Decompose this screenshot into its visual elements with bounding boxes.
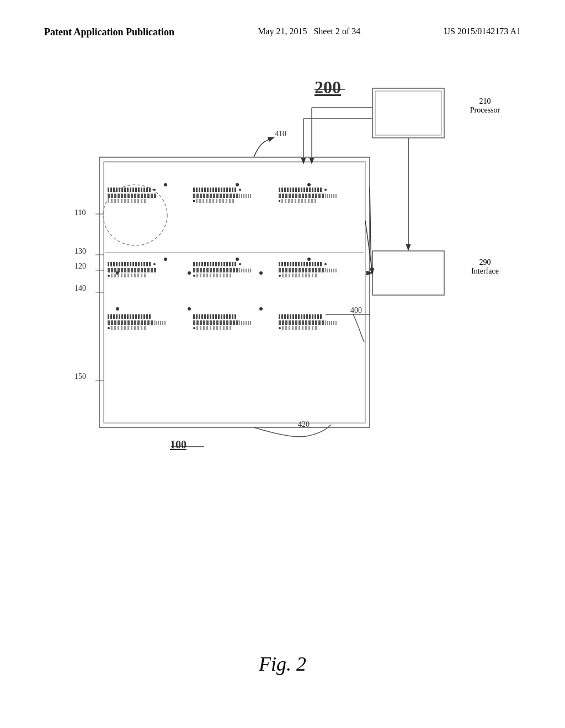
label-400: 400 xyxy=(350,306,362,315)
svg-rect-0 xyxy=(372,88,444,138)
processor-name: Processor xyxy=(450,106,520,115)
label-100: 100 xyxy=(170,438,186,451)
diagram-area: 200 210 Processor 290 Interface 410 110 … xyxy=(44,77,521,474)
content-row-2 xyxy=(108,262,364,277)
label-150: 150 xyxy=(74,372,86,381)
svg-point-24 xyxy=(259,307,263,311)
col-1-2 xyxy=(193,188,270,203)
label-410: 410 xyxy=(275,130,286,138)
figure-label: Fig. 2 xyxy=(259,652,306,676)
label-200: 200 xyxy=(315,77,341,98)
page-header: Patent Application Publication May 21, 2… xyxy=(44,26,521,38)
svg-point-23 xyxy=(188,307,191,311)
svg-line-9 xyxy=(365,221,372,273)
svg-point-20 xyxy=(236,258,239,261)
svg-point-18 xyxy=(307,183,311,186)
col-2-2 xyxy=(193,262,270,277)
col-1-1 xyxy=(108,188,185,203)
col-1-3 xyxy=(279,188,356,203)
processor-number: 210 xyxy=(450,97,520,106)
header-title: Patent Application Publication xyxy=(44,26,174,38)
svg-rect-1 xyxy=(375,91,441,135)
svg-point-21 xyxy=(307,258,311,261)
interface-box: 290 Interface xyxy=(450,258,520,276)
header-date: May 21, 2015 xyxy=(258,26,307,36)
label-120: 120 xyxy=(74,262,86,271)
svg-point-19 xyxy=(164,258,167,261)
col-2-3 xyxy=(279,262,356,277)
col-3-3 xyxy=(279,314,356,330)
col-3-2 xyxy=(193,314,270,330)
label-130: 130 xyxy=(74,247,86,256)
header-center: May 21, 2015 Sheet 2 of 34 xyxy=(258,26,360,36)
col-3-1 xyxy=(108,314,185,330)
processor-box: 210 Processor xyxy=(450,97,520,115)
content-row-1 xyxy=(108,188,364,203)
label-110: 110 xyxy=(74,208,86,217)
content-row-3 xyxy=(108,314,364,330)
header-patent-number: US 2015/0142173 A1 xyxy=(444,26,521,36)
svg-point-17 xyxy=(236,183,239,186)
col-2-1 xyxy=(108,262,185,277)
label-140: 140 xyxy=(74,284,86,293)
label-420: 420 xyxy=(298,420,310,429)
interface-name: Interface xyxy=(450,267,520,276)
svg-line-7 xyxy=(370,188,371,273)
svg-point-22 xyxy=(116,307,119,311)
interface-number: 290 xyxy=(450,258,520,267)
svg-rect-2 xyxy=(372,251,444,295)
svg-point-16 xyxy=(164,183,167,186)
header-sheet: Sheet 2 of 34 xyxy=(313,26,360,36)
